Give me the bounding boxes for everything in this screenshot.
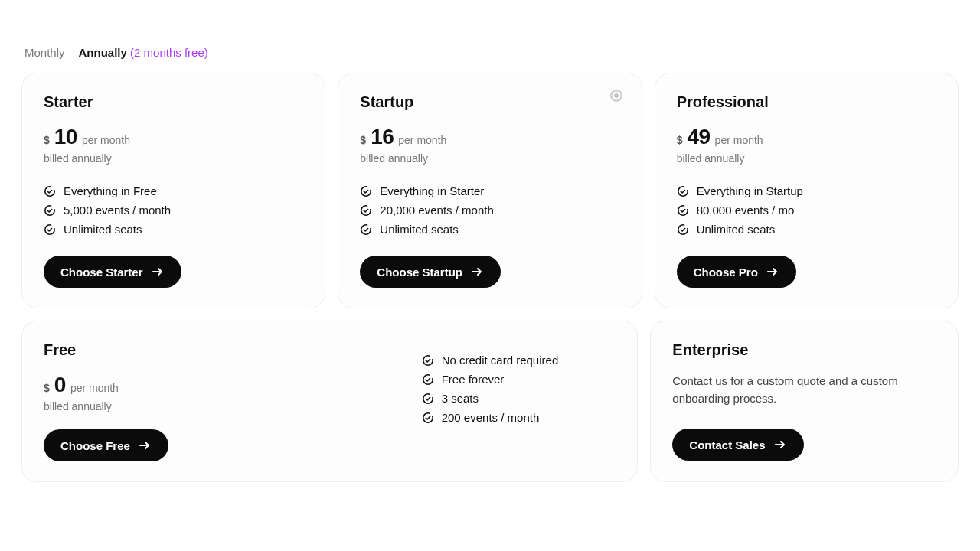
currency: $ [360,134,366,146]
feature-list: Everything in Startup 80,000 events / mo… [677,181,936,239]
check-icon [677,185,689,197]
check-icon [360,223,372,236]
cta-label: Choose Free [60,439,130,452]
feature-text: Free forever [442,373,505,386]
feature-text: Everything in Free [64,184,157,197]
arrow-right-icon [138,439,152,452]
price-row: $ 0 per month [44,373,322,397]
currency: $ [44,134,50,146]
check-icon [422,373,434,386]
tab-annually-label: Annually [79,46,127,59]
feature-text: Unlimited seats [64,223,142,236]
feature-item: 20,000 events / month [360,201,619,220]
billed-label: billed annually [677,152,936,165]
check-icon [44,204,56,217]
enterprise-description: Contact us for a custom quote and a cust… [672,373,933,407]
price-row: $ 10 per month [44,125,303,149]
feature-item: 80,000 events / mo [677,201,936,220]
per-label: per month [82,134,130,146]
per-label: per month [70,382,119,394]
feature-text: Everything in Starter [380,184,484,197]
price-amount: 10 [54,125,77,149]
feature-text: 5,000 events / month [64,204,171,217]
tab-annually-promo: (2 months free) [130,46,208,59]
feature-item: 5,000 events / month [44,201,303,220]
feature-list: Everything in Starter 20,000 events / mo… [360,181,619,239]
feature-text: 200 events / month [442,411,540,424]
cta-label: Choose Pro [694,266,758,279]
plan-card-startup: Startup $ 16 per month billed annually E… [338,73,642,308]
feature-list: Everything in Free 5,000 events / month … [44,181,303,239]
arrow-right-icon [773,438,787,452]
price-row: $ 49 per month [677,125,936,149]
price-amount: 16 [371,125,394,149]
feature-item: Unlimited seats [360,220,619,239]
plan-card-enterprise: Enterprise Contact us for a custom quote… [650,321,959,482]
feature-item: Everything in Starter [360,181,619,201]
check-icon [422,412,434,424]
feature-text: Everything in Startup [697,184,803,197]
price-row: $ 16 per month [360,125,619,149]
check-icon [677,204,689,217]
feature-item: Everything in Startup [677,181,936,201]
feature-text: 3 seats [442,392,479,405]
feature-item: No credit card required [422,350,616,370]
arrow-right-icon [470,265,484,279]
arrow-right-icon [151,265,165,279]
feature-item: Unlimited seats [677,220,936,239]
arrow-right-icon [766,265,779,279]
price-amount: 0 [54,373,66,397]
plan-name: Starter [44,93,303,111]
choose-starter-button[interactable]: Choose Starter [44,256,181,288]
price-amount: 49 [687,125,710,149]
plan-card-free: Free $ 0 per month billed annually Choos… [21,321,638,482]
plan-name: Professional [677,93,936,111]
feature-list: No credit card required Free forever 3 s… [422,350,616,427]
check-icon [422,393,434,405]
check-icon [360,204,372,217]
choose-pro-button[interactable]: Choose Pro [677,256,796,288]
per-label: per month [398,134,446,146]
cta-label: Choose Starter [60,266,143,279]
tab-monthly[interactable]: Monthly [24,46,65,59]
plan-name: Startup [360,93,619,111]
choose-startup-button[interactable]: Choose Startup [360,256,501,288]
per-label: per month [715,134,763,146]
feature-text: Unlimited seats [380,223,459,236]
contact-sales-button[interactable]: Contact Sales [672,429,803,461]
highlight-badge-icon [609,89,623,103]
feature-text: 80,000 events / mo [697,204,795,217]
feature-text: No credit card required [442,354,559,367]
feature-item: 3 seats [422,389,616,408]
billed-label: billed annually [44,152,303,165]
choose-free-button[interactable]: Choose Free [44,429,168,461]
plan-name: Free [44,341,322,359]
feature-item: Unlimited seats [44,220,303,239]
plan-card-starter: Starter $ 10 per month billed annually E… [21,73,325,308]
tab-annually[interactable]: Annually (2 months free) [79,46,208,59]
currency: $ [44,382,50,394]
check-icon [44,185,56,197]
billed-label: billed annually [44,400,322,412]
billing-tabs: Monthly Annually (2 months free) [21,46,959,59]
feature-item: 200 events / month [422,408,616,427]
feature-text: 20,000 events / month [380,204,493,217]
feature-item: Free forever [422,370,616,389]
check-icon [44,223,56,236]
currency: $ [677,134,683,146]
billed-label: billed annually [360,152,619,165]
cta-label: Contact Sales [689,439,765,452]
feature-item: Everything in Free [44,181,303,201]
check-icon [677,223,689,236]
plan-card-professional: Professional $ 49 per month billed annua… [655,73,959,308]
feature-text: Unlimited seats [697,223,776,236]
cta-label: Choose Startup [377,266,462,279]
plan-name: Enterprise [672,341,936,359]
check-icon [422,354,434,367]
check-icon [360,185,372,197]
